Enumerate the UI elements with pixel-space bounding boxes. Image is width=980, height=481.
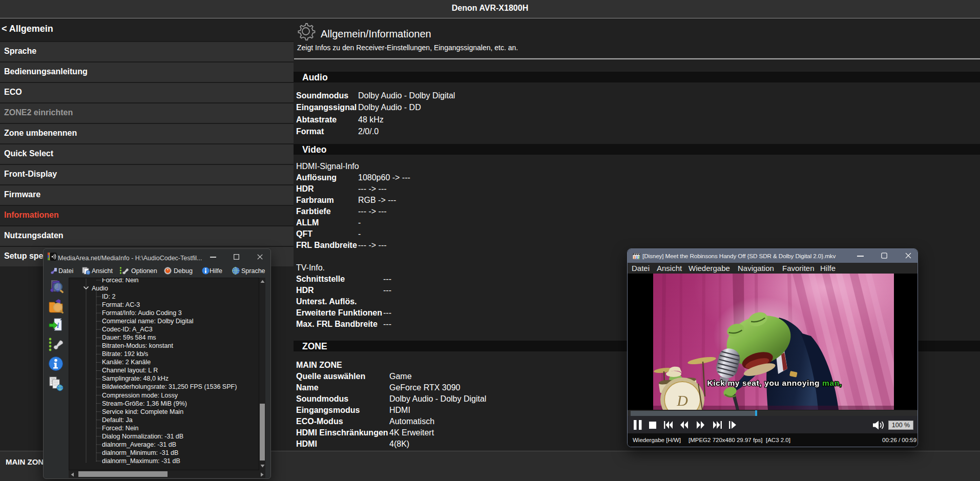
svg-text:1: 1 xyxy=(638,255,640,260)
svg-text:Kick my seat, you annoying man: Kick my seat, you annoying man, xyxy=(707,379,842,387)
svg-text:D: D xyxy=(676,392,688,409)
